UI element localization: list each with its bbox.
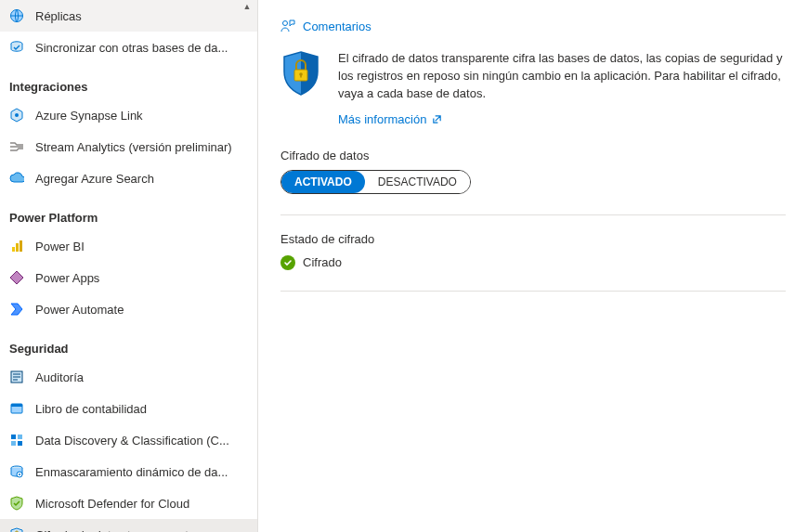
svg-rect-19 [300, 74, 302, 78]
sidebar-item-powerautomate[interactable]: Power Automate [0, 293, 257, 325]
sidebar-item-label: Libro de contabilidad [35, 402, 147, 416]
svg-rect-10 [18, 435, 22, 439]
person-feedback-icon [280, 19, 295, 33]
sidebar-item-replicas[interactable]: Réplicas [0, 0, 257, 32]
sidebar-item-label: Power Apps [35, 271, 99, 285]
external-link-icon [432, 114, 442, 124]
sync-db-icon [9, 40, 24, 55]
sidebar-item-label: Sincronizar con otras bases de da... [35, 41, 228, 55]
sidebar-item-label: Azure Synapse Link [35, 109, 143, 123]
divider [280, 291, 786, 292]
sidebar-item-sync[interactable]: Sincronizar con otras bases de da... [0, 32, 257, 63]
comments-label: Comentarios [303, 19, 371, 33]
status-row: Cifrado [280, 255, 786, 270]
cloud-icon [9, 171, 24, 186]
sidebar-item-powerapps[interactable]: Power Apps [0, 262, 257, 293]
sidebar-group-seguridad: Seguridad [0, 325, 257, 361]
sidebar-item-label: Cifrado de datos transparente [35, 528, 195, 533]
sidebar-item-label: Stream Analytics (versión preliminar) [35, 140, 232, 154]
sidebar-item-synapse[interactable]: Azure Synapse Link [0, 99, 257, 131]
synapse-icon [9, 108, 24, 123]
sidebar-item-label: Data Discovery & Classification (C... [35, 434, 229, 448]
sidebar-item-ledger[interactable]: Libro de contabilidad [0, 393, 257, 424]
sidebar-item-azure-search[interactable]: Agregar Azure Search [0, 162, 257, 194]
sidebar-item-data-discovery[interactable]: Data Discovery & Classification (C... [0, 424, 257, 456]
audit-icon [9, 370, 24, 384]
svg-rect-8 [11, 404, 22, 407]
powerapps-icon [9, 270, 24, 285]
svg-rect-5 [20, 240, 22, 252]
sidebar-item-label: Auditoría [35, 370, 84, 384]
svg-rect-11 [11, 441, 16, 446]
sidebar-item-stream-analytics[interactable]: Stream Analytics (versión preliminar) [0, 131, 257, 162]
sidebar-item-label: Réplicas [35, 9, 82, 23]
status-value: Cifrado [303, 255, 342, 269]
defender-icon [9, 496, 24, 511]
sidebar-item-powerbi[interactable]: Power BI [0, 230, 257, 262]
powerbi-icon [9, 239, 24, 253]
shield-lock-icon [280, 50, 321, 97]
svg-point-2 [15, 113, 19, 117]
info-text: El cifrado de datos transparente cifra l… [338, 50, 786, 103]
sidebar: ▲ Réplicas Sincronizar con otras bases d… [0, 0, 258, 532]
sidebar-item-auditoria[interactable]: Auditoría [0, 361, 257, 393]
globe-icon [9, 8, 24, 23]
sidebar-item-label: Power Automate [35, 303, 124, 317]
sidebar-item-label: Power BI [35, 240, 85, 253]
comments-link[interactable]: Comentarios [280, 19, 371, 33]
sidebar-group-integraciones: Integraciones [0, 63, 257, 99]
sidebar-group-power-platform: Power Platform [0, 194, 257, 230]
main-content: Comentarios El cifrado de datos transpar… [258, 0, 808, 532]
sidebar-item-dynamic-masking[interactable]: Enmascaramiento dinámico de da... [0, 456, 257, 487]
encryption-toggle[interactable]: ACTIVADO DESACTIVADO [280, 170, 471, 194]
more-info-link[interactable]: Más información [338, 112, 442, 126]
info-banner: El cifrado de datos transparente cifra l… [280, 50, 786, 136]
sidebar-item-tde[interactable]: Cifrado de datos transparente [0, 519, 257, 532]
sidebar-item-label: Agregar Azure Search [35, 172, 154, 186]
toggle-label: Cifrado de datos [280, 149, 786, 162]
toggle-on[interactable]: ACTIVADO [281, 171, 365, 193]
svg-rect-9 [11, 435, 16, 439]
svg-rect-3 [12, 247, 15, 252]
check-circle-icon [280, 255, 295, 270]
svg-rect-4 [16, 243, 19, 252]
tde-icon [9, 527, 24, 532]
svg-point-16 [283, 21, 288, 26]
ledger-icon [9, 401, 24, 416]
mask-icon [9, 464, 24, 479]
sidebar-item-label: Microsoft Defender for Cloud [35, 497, 189, 511]
sidebar-item-defender[interactable]: Microsoft Defender for Cloud [0, 487, 257, 519]
discovery-icon [9, 433, 24, 448]
svg-rect-12 [18, 441, 22, 446]
stream-icon [9, 139, 24, 154]
toggle-off[interactable]: DESACTIVADO [365, 171, 470, 193]
powerautomate-icon [9, 302, 24, 317]
scroll-up-arrow[interactable]: ▲ [242, 2, 252, 11]
sidebar-item-label: Enmascaramiento dinámico de da... [35, 465, 228, 479]
divider [280, 214, 786, 215]
more-info-label: Más información [338, 112, 426, 126]
status-label: Estado de cifrado [280, 232, 786, 246]
